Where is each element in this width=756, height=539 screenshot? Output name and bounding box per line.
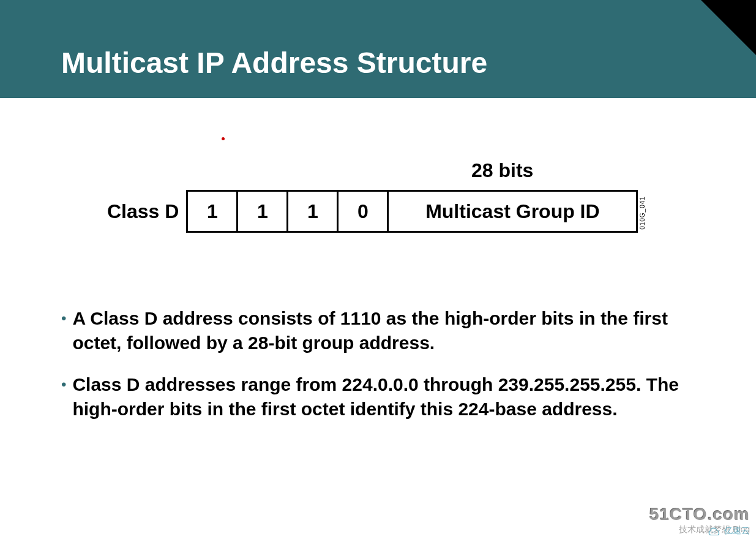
bit-cell-3: 0 [337, 190, 387, 233]
slide-header: Multicast IP Address Structure [0, 0, 756, 98]
bit-cell-2: 1 [286, 190, 337, 233]
corner-decoration [701, 0, 756, 55]
bit-cell-0: 1 [186, 190, 236, 233]
bullet-dot-icon: • [61, 306, 66, 331]
bits-length-label: 28 bits [471, 159, 533, 182]
diagram-reference-code: 010G_041 [639, 196, 646, 230]
bullet-item: • Class D addresses range from 224.0.0.0… [61, 372, 686, 421]
group-id-cell: Multicast Group ID [387, 190, 638, 233]
watermark-cloud-text: 亿速云 [724, 526, 750, 537]
class-label: Class D [107, 200, 179, 223]
bullet-item: • A Class D address consists of 1110 as … [61, 306, 686, 355]
bullet-text: Class D addresses range from 224.0.0.0 t… [72, 372, 686, 421]
bit-cell-1: 1 [236, 190, 286, 233]
slide-title: Multicast IP Address Structure [61, 46, 487, 80]
watermark-cloud: 亿速云 [707, 526, 750, 537]
bullet-dot-icon: • [61, 372, 66, 397]
bullet-list: • A Class D address consists of 1110 as … [61, 306, 686, 439]
structure-row: Class D 1 1 1 0 Multicast Group ID [107, 190, 638, 233]
watermark-main: 51CTO.com [649, 506, 750, 523]
bullet-text: A Class D address consists of 1110 as th… [72, 306, 686, 355]
red-dot [222, 137, 225, 140]
cloud-icon [707, 526, 722, 537]
